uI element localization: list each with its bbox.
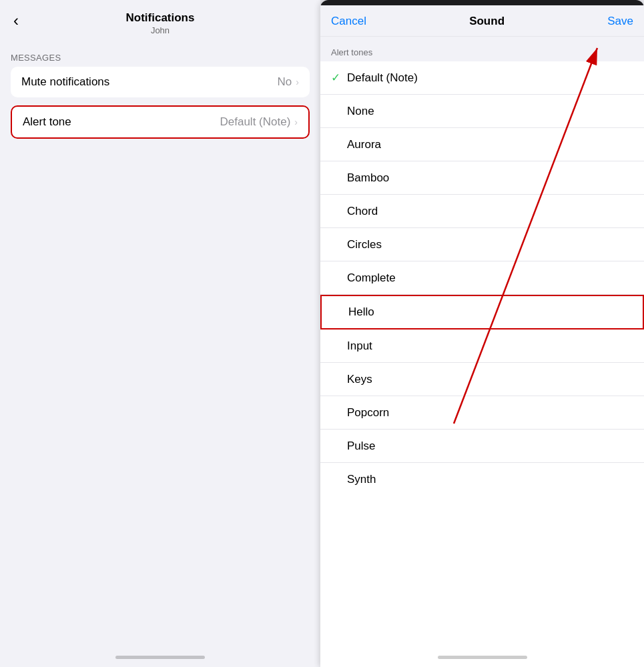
sound-label-synth: Synth	[347, 473, 633, 486]
cancel-button[interactable]: Cancel	[331, 15, 366, 28]
mute-notifications-chevron: ›	[296, 77, 299, 87]
right-header: Cancel Sound Save	[320, 5, 644, 37]
sound-item-bamboo[interactable]: Bamboo	[320, 161, 644, 195]
alert-tone-chevron: ›	[294, 117, 298, 127]
sound-label-aurora: Aurora	[347, 138, 633, 151]
sound-label-none: None	[347, 105, 633, 118]
sound-title: Sound	[469, 15, 505, 28]
sound-label-pulse: Pulse	[347, 440, 633, 453]
sound-list: ✓ Default (Note) None Aurora Bamboo	[320, 61, 644, 667]
sound-item-aurora[interactable]: Aurora	[320, 128, 644, 161]
sound-item-circles[interactable]: Circles	[320, 228, 644, 261]
sound-label-complete: Complete	[347, 271, 633, 285]
sound-label-hello: Hello	[348, 305, 632, 319]
mute-notifications-label: Mute notifications	[21, 75, 109, 89]
sound-item-keys[interactable]: Keys	[320, 363, 644, 396]
sound-item-chord[interactable]: Chord	[320, 195, 644, 228]
left-panel: ‹ Notifications John Messages Mute notif…	[0, 0, 320, 667]
right-panel-wrapper: Cancel Sound Save Alert tones ✓ Default …	[320, 0, 644, 667]
mute-notifications-val: No	[278, 75, 292, 89]
alert-tone-label: Alert tone	[23, 115, 71, 129]
sound-item-synth[interactable]: Synth	[320, 463, 644, 496]
sound-item-pulse[interactable]: Pulse	[320, 430, 644, 463]
sound-item-complete[interactable]: Complete	[320, 261, 644, 295]
sound-label-default-note: Default (Note)	[347, 71, 633, 85]
left-home-indicator	[115, 656, 205, 659]
left-header: ‹ Notifications John	[0, 0, 320, 42]
messages-section-label: Messages	[0, 42, 320, 67]
save-button[interactable]: Save	[607, 15, 633, 28]
right-home-indicator	[438, 656, 527, 659]
mute-notifications-row[interactable]: Mute notifications No ›	[11, 67, 310, 97]
sound-item-hello[interactable]: Hello	[320, 295, 644, 329]
back-button[interactable]: ‹	[11, 9, 21, 33]
alert-tones-section: Alert tones	[320, 37, 644, 61]
alert-tone-group: Alert tone Default (Note) ›	[11, 105, 310, 139]
sound-item-input[interactable]: Input	[320, 329, 644, 363]
right-panel: Cancel Sound Save Alert tones ✓ Default …	[320, 0, 644, 667]
alert-tone-val: Default (Note)	[220, 115, 291, 129]
sound-label-input: Input	[347, 340, 633, 353]
sound-item-default-note[interactable]: ✓ Default (Note)	[320, 61, 644, 95]
alert-tone-row[interactable]: Alert tone Default (Note) ›	[12, 107, 308, 137]
sound-item-popcorn[interactable]: Popcorn	[320, 396, 644, 430]
page-subtitle: John	[126, 25, 195, 37]
top-bar	[320, 0, 644, 5]
page-title: Notifications	[126, 11, 195, 25]
sound-item-none[interactable]: None	[320, 95, 644, 128]
sound-label-chord: Chord	[347, 205, 633, 218]
sound-label-keys: Keys	[347, 373, 633, 386]
sound-label-bamboo: Bamboo	[347, 171, 633, 185]
left-header-text: Notifications John	[126, 11, 195, 37]
check-icon-default: ✓	[331, 71, 347, 85]
mute-notifications-group: Mute notifications No ›	[11, 67, 310, 97]
sound-label-popcorn: Popcorn	[347, 406, 633, 420]
alert-tone-value: Default (Note) ›	[220, 115, 298, 129]
sound-label-circles: Circles	[347, 238, 633, 251]
mute-notifications-value: No ›	[278, 75, 299, 89]
